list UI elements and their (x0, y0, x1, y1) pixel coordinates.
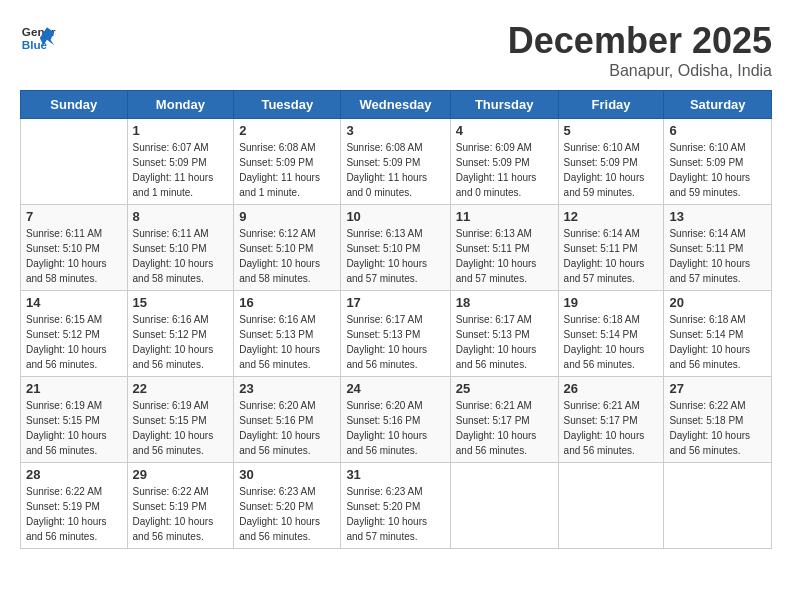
day-number: 3 (346, 123, 444, 138)
day-info: Sunrise: 6:18 AMSunset: 5:14 PMDaylight:… (564, 312, 659, 372)
day-number: 20 (669, 295, 766, 310)
calendar-cell: 6Sunrise: 6:10 AMSunset: 5:09 PMDaylight… (664, 119, 772, 205)
day-info: Sunrise: 6:11 AMSunset: 5:10 PMDaylight:… (133, 226, 229, 286)
day-info: Sunrise: 6:13 AMSunset: 5:11 PMDaylight:… (456, 226, 553, 286)
day-number: 29 (133, 467, 229, 482)
day-info: Sunrise: 6:17 AMSunset: 5:13 PMDaylight:… (456, 312, 553, 372)
day-number: 22 (133, 381, 229, 396)
calendar-cell: 16Sunrise: 6:16 AMSunset: 5:13 PMDayligh… (234, 291, 341, 377)
calendar-cell: 28Sunrise: 6:22 AMSunset: 5:19 PMDayligh… (21, 463, 128, 549)
day-info: Sunrise: 6:19 AMSunset: 5:15 PMDaylight:… (133, 398, 229, 458)
day-info: Sunrise: 6:08 AMSunset: 5:09 PMDaylight:… (239, 140, 335, 200)
day-info: Sunrise: 6:10 AMSunset: 5:09 PMDaylight:… (669, 140, 766, 200)
day-number: 28 (26, 467, 122, 482)
location-title: Banapur, Odisha, India (508, 62, 772, 80)
calendar-cell: 9Sunrise: 6:12 AMSunset: 5:10 PMDaylight… (234, 205, 341, 291)
day-info: Sunrise: 6:10 AMSunset: 5:09 PMDaylight:… (564, 140, 659, 200)
day-info: Sunrise: 6:16 AMSunset: 5:12 PMDaylight:… (133, 312, 229, 372)
day-info: Sunrise: 6:18 AMSunset: 5:14 PMDaylight:… (669, 312, 766, 372)
weekday-header: Tuesday (234, 91, 341, 119)
day-number: 12 (564, 209, 659, 224)
calendar-cell: 8Sunrise: 6:11 AMSunset: 5:10 PMDaylight… (127, 205, 234, 291)
day-info: Sunrise: 6:21 AMSunset: 5:17 PMDaylight:… (564, 398, 659, 458)
calendar-cell: 7Sunrise: 6:11 AMSunset: 5:10 PMDaylight… (21, 205, 128, 291)
calendar-cell: 29Sunrise: 6:22 AMSunset: 5:19 PMDayligh… (127, 463, 234, 549)
day-info: Sunrise: 6:22 AMSunset: 5:18 PMDaylight:… (669, 398, 766, 458)
month-title: December 2025 (508, 20, 772, 62)
calendar-cell: 18Sunrise: 6:17 AMSunset: 5:13 PMDayligh… (450, 291, 558, 377)
day-info: Sunrise: 6:09 AMSunset: 5:09 PMDaylight:… (456, 140, 553, 200)
calendar-cell (21, 119, 128, 205)
day-number: 19 (564, 295, 659, 310)
calendar-cell: 13Sunrise: 6:14 AMSunset: 5:11 PMDayligh… (664, 205, 772, 291)
day-info: Sunrise: 6:20 AMSunset: 5:16 PMDaylight:… (346, 398, 444, 458)
day-number: 11 (456, 209, 553, 224)
day-number: 26 (564, 381, 659, 396)
day-number: 13 (669, 209, 766, 224)
day-info: Sunrise: 6:23 AMSunset: 5:20 PMDaylight:… (239, 484, 335, 544)
day-info: Sunrise: 6:20 AMSunset: 5:16 PMDaylight:… (239, 398, 335, 458)
day-number: 21 (26, 381, 122, 396)
calendar-cell: 25Sunrise: 6:21 AMSunset: 5:17 PMDayligh… (450, 377, 558, 463)
calendar-cell: 11Sunrise: 6:13 AMSunset: 5:11 PMDayligh… (450, 205, 558, 291)
calendar-cell: 27Sunrise: 6:22 AMSunset: 5:18 PMDayligh… (664, 377, 772, 463)
day-number: 27 (669, 381, 766, 396)
weekday-header: Wednesday (341, 91, 450, 119)
calendar-cell: 14Sunrise: 6:15 AMSunset: 5:12 PMDayligh… (21, 291, 128, 377)
day-number: 25 (456, 381, 553, 396)
day-number: 4 (456, 123, 553, 138)
weekday-header: Sunday (21, 91, 128, 119)
day-info: Sunrise: 6:21 AMSunset: 5:17 PMDaylight:… (456, 398, 553, 458)
calendar-cell: 12Sunrise: 6:14 AMSunset: 5:11 PMDayligh… (558, 205, 664, 291)
day-number: 9 (239, 209, 335, 224)
calendar-cell: 1Sunrise: 6:07 AMSunset: 5:09 PMDaylight… (127, 119, 234, 205)
calendar-cell (558, 463, 664, 549)
day-info: Sunrise: 6:15 AMSunset: 5:12 PMDaylight:… (26, 312, 122, 372)
calendar-cell: 31Sunrise: 6:23 AMSunset: 5:20 PMDayligh… (341, 463, 450, 549)
day-number: 6 (669, 123, 766, 138)
day-info: Sunrise: 6:11 AMSunset: 5:10 PMDaylight:… (26, 226, 122, 286)
calendar-cell: 15Sunrise: 6:16 AMSunset: 5:12 PMDayligh… (127, 291, 234, 377)
logo-icon: General Blue (20, 20, 56, 56)
calendar-cell: 30Sunrise: 6:23 AMSunset: 5:20 PMDayligh… (234, 463, 341, 549)
day-info: Sunrise: 6:14 AMSunset: 5:11 PMDaylight:… (564, 226, 659, 286)
calendar-cell (664, 463, 772, 549)
calendar-cell: 2Sunrise: 6:08 AMSunset: 5:09 PMDaylight… (234, 119, 341, 205)
calendar-cell: 26Sunrise: 6:21 AMSunset: 5:17 PMDayligh… (558, 377, 664, 463)
title-section: December 2025 Banapur, Odisha, India (508, 20, 772, 80)
day-number: 14 (26, 295, 122, 310)
calendar-cell: 3Sunrise: 6:08 AMSunset: 5:09 PMDaylight… (341, 119, 450, 205)
calendar-cell (450, 463, 558, 549)
day-number: 30 (239, 467, 335, 482)
day-info: Sunrise: 6:22 AMSunset: 5:19 PMDaylight:… (133, 484, 229, 544)
day-number: 15 (133, 295, 229, 310)
logo: General Blue (20, 20, 56, 56)
day-number: 2 (239, 123, 335, 138)
calendar-week-row: 28Sunrise: 6:22 AMSunset: 5:19 PMDayligh… (21, 463, 772, 549)
calendar-cell: 17Sunrise: 6:17 AMSunset: 5:13 PMDayligh… (341, 291, 450, 377)
day-info: Sunrise: 6:16 AMSunset: 5:13 PMDaylight:… (239, 312, 335, 372)
day-number: 8 (133, 209, 229, 224)
day-info: Sunrise: 6:23 AMSunset: 5:20 PMDaylight:… (346, 484, 444, 544)
calendar-week-row: 7Sunrise: 6:11 AMSunset: 5:10 PMDaylight… (21, 205, 772, 291)
day-info: Sunrise: 6:07 AMSunset: 5:09 PMDaylight:… (133, 140, 229, 200)
calendar-cell: 20Sunrise: 6:18 AMSunset: 5:14 PMDayligh… (664, 291, 772, 377)
calendar-week-row: 21Sunrise: 6:19 AMSunset: 5:15 PMDayligh… (21, 377, 772, 463)
calendar-cell: 21Sunrise: 6:19 AMSunset: 5:15 PMDayligh… (21, 377, 128, 463)
day-info: Sunrise: 6:22 AMSunset: 5:19 PMDaylight:… (26, 484, 122, 544)
day-number: 10 (346, 209, 444, 224)
day-number: 24 (346, 381, 444, 396)
day-info: Sunrise: 6:19 AMSunset: 5:15 PMDaylight:… (26, 398, 122, 458)
calendar-cell: 24Sunrise: 6:20 AMSunset: 5:16 PMDayligh… (341, 377, 450, 463)
calendar-cell: 5Sunrise: 6:10 AMSunset: 5:09 PMDaylight… (558, 119, 664, 205)
day-number: 18 (456, 295, 553, 310)
page-header: General Blue December 2025 Banapur, Odis… (20, 20, 772, 80)
day-number: 16 (239, 295, 335, 310)
day-number: 7 (26, 209, 122, 224)
weekday-header: Saturday (664, 91, 772, 119)
calendar-cell: 10Sunrise: 6:13 AMSunset: 5:10 PMDayligh… (341, 205, 450, 291)
calendar-cell: 22Sunrise: 6:19 AMSunset: 5:15 PMDayligh… (127, 377, 234, 463)
weekday-header: Thursday (450, 91, 558, 119)
weekday-header: Friday (558, 91, 664, 119)
day-info: Sunrise: 6:17 AMSunset: 5:13 PMDaylight:… (346, 312, 444, 372)
